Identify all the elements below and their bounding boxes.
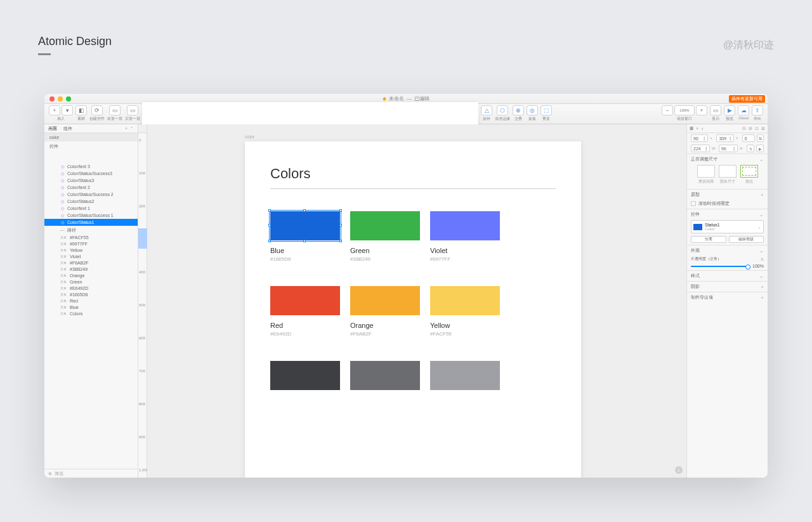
layer-row[interactable]: 文本Violet: [44, 253, 138, 259]
color-swatch-cell[interactable]: Violet#6977FF: [430, 211, 500, 262]
resize-section-header[interactable]: 正在调整尺寸: [691, 156, 717, 162]
color-swatch-cell[interactable]: [350, 361, 420, 396]
selection-handle[interactable]: [268, 240, 271, 242]
color-swatch-box[interactable]: [270, 361, 340, 390]
toolbar-button[interactable]: +: [696, 105, 707, 115]
color-swatch-box[interactable]: [430, 361, 500, 390]
color-swatch-cell[interactable]: Blue#1665D8: [270, 211, 340, 262]
w-input[interactable]: 224▴▾: [691, 145, 710, 152]
filter-icon[interactable]: ⊕: [48, 471, 52, 476]
minimize-button[interactable]: [58, 96, 63, 101]
x-input[interactable]: 90▴▾: [691, 134, 708, 142]
toolbar-button[interactable]: +: [49, 105, 60, 115]
color-swatch-box[interactable]: [270, 286, 340, 315]
layer-row[interactable]: ◇Color/Status/Success3: [44, 170, 138, 177]
selection-handle[interactable]: [268, 224, 271, 226]
selection-handle[interactable]: [339, 240, 342, 242]
color-swatch-box[interactable]: [350, 361, 420, 390]
artboard-canvas[interactable]: Colors Blue#1665D8Green#38B249Violet#697…: [245, 141, 581, 478]
layer-row[interactable]: 文本Blue: [44, 304, 138, 310]
layer-row[interactable]: 文本#F6AB2F: [44, 259, 138, 266]
toolbar-button[interactable]: ⬡: [497, 105, 508, 115]
dist-icon[interactable]: ⊟: [742, 126, 746, 131]
selection-handle[interactable]: [339, 209, 342, 212]
color-swatch-cell[interactable]: Green#38B249: [350, 211, 420, 262]
toolbar-button[interactable]: ▶: [724, 105, 735, 115]
collapse-pages-icon[interactable]: ⌃: [130, 126, 134, 131]
layer-row[interactable]: ◇Color/text 1: [44, 205, 138, 212]
layer-row[interactable]: 文本Colors: [44, 310, 138, 316]
color-swatch-box[interactable]: [430, 211, 500, 240]
info-icon[interactable]: i: [675, 466, 683, 474]
layer-row[interactable]: 文本#E6492D: [44, 285, 138, 291]
color-swatch-box[interactable]: [430, 286, 500, 315]
toolbar-button[interactable]: △: [481, 105, 492, 115]
resize-preview-3[interactable]: [740, 165, 758, 178]
chevron-down-icon[interactable]: ⌄: [757, 225, 761, 230]
layer-row[interactable]: 文本#FACF55: [44, 234, 138, 240]
color-swatch-cell[interactable]: [430, 361, 500, 396]
layer-row[interactable]: ◇Color/Status1: [44, 219, 138, 226]
toolbar-button[interactable]: 100%: [674, 105, 695, 115]
layer-row[interactable]: 文本#6977FF: [44, 240, 138, 247]
selection-handle[interactable]: [268, 209, 271, 212]
layer-row[interactable]: ◇Color/text 2: [44, 184, 138, 191]
layer-row[interactable]: —路径: [44, 226, 138, 234]
opacity-slider[interactable]: [691, 266, 749, 267]
flip-h-icon[interactable]: ⇋: [757, 134, 764, 142]
dist-icon[interactable]: ⊡: [755, 126, 759, 131]
color-swatch-box[interactable]: [350, 286, 420, 315]
align-icon[interactable]: ⫞: [701, 126, 704, 131]
toolbar-button[interactable]: −: [662, 105, 673, 115]
layer-row[interactable]: 文本Yellow: [44, 247, 138, 253]
export-header[interactable]: 制作导出项: [691, 294, 713, 301]
layer-row[interactable]: 文本Green: [44, 278, 138, 285]
opacity-stepper-icon[interactable]: ⇅: [761, 257, 764, 261]
layer-row[interactable]: ◇Color/Status2: [44, 198, 138, 205]
align-icon[interactable]: ≡: [696, 126, 698, 131]
layer-row[interactable]: 文本#1665D8: [44, 291, 138, 297]
layer-row[interactable]: 文本#38B249: [44, 266, 138, 272]
layer-row[interactable]: ◇Color/text 3: [44, 163, 138, 170]
color-swatch-box[interactable]: [350, 211, 420, 240]
layer-row[interactable]: ◇Color/Status/Success 2: [44, 191, 138, 198]
layer-row[interactable]: ◇Color/Status3: [44, 177, 138, 184]
detach-button[interactable]: 分离: [691, 236, 726, 243]
selection-handle[interactable]: [303, 240, 306, 242]
toolbar-button[interactable]: ⊕: [513, 105, 524, 115]
tab-pages[interactable]: 画面: [48, 126, 57, 132]
tab-components[interactable]: 组件: [63, 126, 72, 132]
resize-preview-2[interactable]: [719, 165, 737, 178]
appearance-header[interactable]: 外观: [691, 247, 700, 254]
layer-row[interactable]: ◇Color/Status/Success 1: [44, 212, 138, 219]
prototype-header[interactable]: 原型: [691, 192, 700, 198]
toolbar-button[interactable]: ◎: [527, 105, 538, 115]
toolbar-button[interactable]: ▭: [109, 105, 121, 115]
dist-icon[interactable]: ⊠: [761, 126, 765, 131]
toolbar-button[interactable]: ◧: [75, 105, 87, 115]
scroll-fix-checkbox[interactable]: [691, 201, 696, 206]
lock-aspect-icon[interactable]: ⇅: [747, 145, 754, 152]
layer-row[interactable]: 文本Red: [44, 297, 138, 304]
toolbar-button[interactable]: ☁: [738, 105, 749, 115]
shadow-header[interactable]: 阴影: [691, 284, 700, 290]
artboard-label[interactable]: color: [245, 134, 254, 139]
layer-row[interactable]: 文本Orange: [44, 272, 138, 278]
color-swatch-box[interactable]: [270, 211, 340, 240]
dist-icon[interactable]: ⊞: [749, 126, 752, 131]
align-tab-icon[interactable]: ☰: [690, 126, 693, 131]
y-input[interactable]: 309▴▾: [716, 134, 733, 142]
toolbar-button[interactable]: ▭: [127, 105, 138, 115]
color-swatch-cell[interactable]: [270, 361, 340, 396]
flip-v-icon[interactable]: ▶: [756, 145, 764, 152]
resize-preview-1[interactable]: [697, 165, 715, 178]
rotation-input[interactable]: 0: [742, 134, 755, 142]
toolbar-button[interactable]: ⇪: [752, 105, 763, 115]
page-item-controls[interactable]: 控件: [44, 141, 138, 152]
style-header[interactable]: 样式: [691, 273, 700, 279]
controls-header[interactable]: 控件: [691, 211, 700, 218]
symbol-instance-card[interactable]: Status1 Color/ ⌄: [691, 220, 764, 233]
toolbar-button[interactable]: ▭: [710, 105, 721, 115]
toolbar-button[interactable]: ⬚: [540, 105, 552, 115]
page-item-color[interactable]: color: [44, 133, 138, 141]
